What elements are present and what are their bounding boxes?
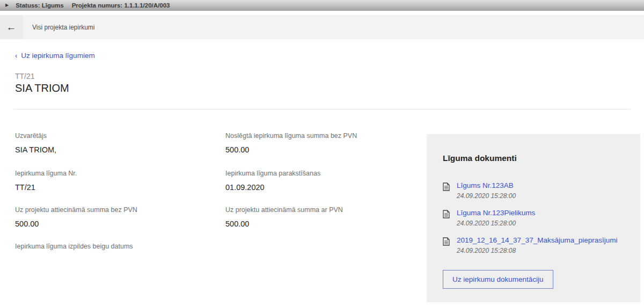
documents-panel-title: Līguma dokumenti <box>443 154 625 163</box>
document-timestamp: 24.09.2020 15:28:00 <box>457 220 535 227</box>
field-value: 500.00 <box>225 145 357 154</box>
field-label: Iepirkuma līguma izpildes beigu datums <box>15 243 133 250</box>
chevron-left-icon: ‹ <box>15 52 17 60</box>
page-title-contractor: SIA TRIOM <box>15 82 69 94</box>
field-value: SIA TRIOM, <box>15 145 56 154</box>
field-value: 500.00 <box>15 220 137 228</box>
documents-panel: Līguma dokumenti Līgums Nr.123AB 24.09.2… <box>427 134 640 302</box>
document-timestamp: 24.09.2020 15:28:08 <box>457 247 617 254</box>
field-izpildes-beigu-datums: Iepirkuma līguma izpildes beigu datums <box>15 243 133 256</box>
field-label: Noslēgtā iepirkuma līguma summa bez PVN <box>225 132 357 140</box>
status-label: Statuss: Līgums <box>16 2 63 9</box>
divider <box>13 109 631 109</box>
field-summa-ar-pvn: Uz projektu attiecināmā summa ar PVN 500… <box>225 206 343 228</box>
field-value: 01.09.2020 <box>225 183 320 192</box>
expander-triangle-icon[interactable]: ▶ <box>5 3 9 8</box>
arrow-left-icon: ← <box>6 21 17 33</box>
document-link[interactable]: Līgums Nr.123AB <box>457 181 516 189</box>
document-timestamp: 24.09.2020 15:28:00 <box>457 192 516 200</box>
field-label: Iepirkuma līguma parakstīšanas <box>225 170 320 177</box>
document-text-icon <box>443 181 450 200</box>
field-liguma-nr: Iepirkuma līguma Nr. TT/21 <box>15 170 77 192</box>
document-link[interactable]: 2019_12_16_14_37_37_Maksājuma_pieprasīju… <box>457 236 617 244</box>
field-uzvaretajs: Uzvarētājs SIA TRIOM, <box>15 132 56 154</box>
document-row: 2019_12_16_14_37_37_Maksājuma_pieprasīju… <box>443 236 625 254</box>
field-value: 500.00 <box>225 220 343 228</box>
field-summa-bez-pvn: Uz projektu attiecināmā summa bez PVN 50… <box>15 206 137 228</box>
document-entry: Līguma Nr.123Pielikums 24.09.2020 15:28:… <box>457 209 535 227</box>
breadcrumb-label: Uz iepirkuma līgumiem <box>21 52 94 60</box>
document-row: Līguma Nr.123Pielikums 24.09.2020 15:28:… <box>443 209 625 227</box>
procurement-documentation-button[interactable]: Uz iepirkumu dokumentāciju <box>443 270 553 289</box>
status-bar: ▶ Statuss: Līgums Projekta numurs: 1.1.1… <box>0 0 644 11</box>
field-value: TT/21 <box>15 183 77 192</box>
field-parakstisanas: Iepirkuma līguma parakstīšanas 01.09.202… <box>225 170 320 192</box>
document-text-icon <box>443 209 450 227</box>
document-entry: Līgums Nr.123AB 24.09.2020 15:28:00 <box>457 181 516 200</box>
back-button[interactable]: ← <box>0 15 23 39</box>
project-number-label: Projekta numurs: 1.1.1.1/20/A/003 <box>72 2 170 9</box>
field-label: Uz projektu attiecināmā summa bez PVN <box>15 206 137 214</box>
contract-number: TT/21 <box>15 72 35 81</box>
nav-bar: ← Visi projekta iepirkumi <box>0 15 644 39</box>
document-text-icon <box>443 236 450 254</box>
field-label: Iepirkuma līguma Nr. <box>15 170 77 177</box>
contract-detail-page: ▶ Statuss: Līgums Projekta numurs: 1.1.1… <box>0 0 644 307</box>
nav-title: Visi projekta iepirkumi <box>32 24 95 31</box>
document-row: Līgums Nr.123AB 24.09.2020 15:28:00 <box>443 181 625 200</box>
document-link[interactable]: Līguma Nr.123Pielikums <box>457 209 535 217</box>
breadcrumb-link[interactable]: ‹Uz iepirkuma līgumiem <box>15 52 95 60</box>
field-label: Uz projektu attiecināmā summa ar PVN <box>225 206 343 214</box>
document-entry: 2019_12_16_14_37_37_Maksājuma_pieprasīju… <box>457 236 617 254</box>
field-label: Uzvarētājs <box>15 132 56 140</box>
field-noslegta-summa-bez-pvn: Noslēgtā iepirkuma līguma summa bez PVN … <box>225 132 357 154</box>
